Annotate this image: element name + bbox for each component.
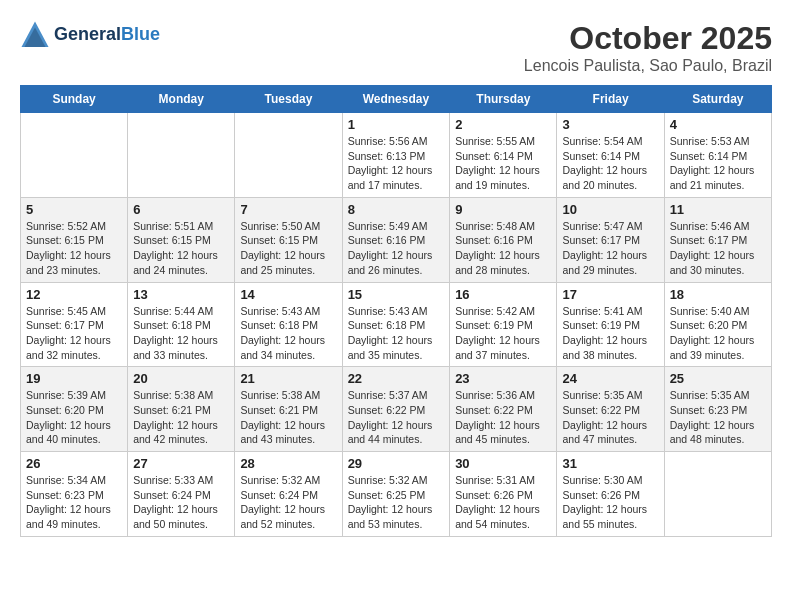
day-number: 30 bbox=[455, 456, 551, 471]
day-info: Sunrise: 5:37 AMSunset: 6:22 PMDaylight:… bbox=[348, 388, 445, 447]
table-row: 22Sunrise: 5:37 AMSunset: 6:22 PMDayligh… bbox=[342, 367, 450, 452]
table-row: 28Sunrise: 5:32 AMSunset: 6:24 PMDayligh… bbox=[235, 452, 342, 537]
table-row: 15Sunrise: 5:43 AMSunset: 6:18 PMDayligh… bbox=[342, 282, 450, 367]
table-row: 31Sunrise: 5:30 AMSunset: 6:26 PMDayligh… bbox=[557, 452, 664, 537]
day-info: Sunrise: 5:33 AMSunset: 6:24 PMDaylight:… bbox=[133, 473, 229, 532]
table-row: 10Sunrise: 5:47 AMSunset: 6:17 PMDayligh… bbox=[557, 197, 664, 282]
day-info: Sunrise: 5:32 AMSunset: 6:24 PMDaylight:… bbox=[240, 473, 336, 532]
table-row: 13Sunrise: 5:44 AMSunset: 6:18 PMDayligh… bbox=[128, 282, 235, 367]
table-row: 11Sunrise: 5:46 AMSunset: 6:17 PMDayligh… bbox=[664, 197, 771, 282]
logo-blue: Blue bbox=[121, 24, 160, 44]
table-row: 7Sunrise: 5:50 AMSunset: 6:15 PMDaylight… bbox=[235, 197, 342, 282]
day-info: Sunrise: 5:55 AMSunset: 6:14 PMDaylight:… bbox=[455, 134, 551, 193]
table-row: 23Sunrise: 5:36 AMSunset: 6:22 PMDayligh… bbox=[450, 367, 557, 452]
day-number: 15 bbox=[348, 287, 445, 302]
day-number: 25 bbox=[670, 371, 766, 386]
day-number: 10 bbox=[562, 202, 658, 217]
day-number: 27 bbox=[133, 456, 229, 471]
day-info: Sunrise: 5:48 AMSunset: 6:16 PMDaylight:… bbox=[455, 219, 551, 278]
day-info: Sunrise: 5:47 AMSunset: 6:17 PMDaylight:… bbox=[562, 219, 658, 278]
table-row: 8Sunrise: 5:49 AMSunset: 6:16 PMDaylight… bbox=[342, 197, 450, 282]
day-info: Sunrise: 5:34 AMSunset: 6:23 PMDaylight:… bbox=[26, 473, 122, 532]
table-row: 19Sunrise: 5:39 AMSunset: 6:20 PMDayligh… bbox=[21, 367, 128, 452]
title-block: October 2025 Lencois Paulista, Sao Paulo… bbox=[524, 20, 772, 75]
table-row: 20Sunrise: 5:38 AMSunset: 6:21 PMDayligh… bbox=[128, 367, 235, 452]
day-number: 7 bbox=[240, 202, 336, 217]
calendar-week-row: 1Sunrise: 5:56 AMSunset: 6:13 PMDaylight… bbox=[21, 113, 772, 198]
table-row: 2Sunrise: 5:55 AMSunset: 6:14 PMDaylight… bbox=[450, 113, 557, 198]
col-saturday: Saturday bbox=[664, 86, 771, 113]
day-info: Sunrise: 5:38 AMSunset: 6:21 PMDaylight:… bbox=[133, 388, 229, 447]
table-row: 27Sunrise: 5:33 AMSunset: 6:24 PMDayligh… bbox=[128, 452, 235, 537]
day-number: 17 bbox=[562, 287, 658, 302]
col-sunday: Sunday bbox=[21, 86, 128, 113]
day-info: Sunrise: 5:50 AMSunset: 6:15 PMDaylight:… bbox=[240, 219, 336, 278]
day-number: 1 bbox=[348, 117, 445, 132]
location-subtitle: Lencois Paulista, Sao Paulo, Brazil bbox=[524, 57, 772, 75]
col-thursday: Thursday bbox=[450, 86, 557, 113]
table-row: 29Sunrise: 5:32 AMSunset: 6:25 PMDayligh… bbox=[342, 452, 450, 537]
table-row: 4Sunrise: 5:53 AMSunset: 6:14 PMDaylight… bbox=[664, 113, 771, 198]
day-number: 19 bbox=[26, 371, 122, 386]
day-info: Sunrise: 5:35 AMSunset: 6:23 PMDaylight:… bbox=[670, 388, 766, 447]
day-info: Sunrise: 5:44 AMSunset: 6:18 PMDaylight:… bbox=[133, 304, 229, 363]
day-number: 26 bbox=[26, 456, 122, 471]
day-info: Sunrise: 5:43 AMSunset: 6:18 PMDaylight:… bbox=[348, 304, 445, 363]
table-row: 16Sunrise: 5:42 AMSunset: 6:19 PMDayligh… bbox=[450, 282, 557, 367]
day-info: Sunrise: 5:35 AMSunset: 6:22 PMDaylight:… bbox=[562, 388, 658, 447]
month-title: October 2025 bbox=[524, 20, 772, 57]
day-number: 13 bbox=[133, 287, 229, 302]
day-number: 20 bbox=[133, 371, 229, 386]
logo: GeneralBlue bbox=[20, 20, 160, 50]
day-info: Sunrise: 5:53 AMSunset: 6:14 PMDaylight:… bbox=[670, 134, 766, 193]
day-info: Sunrise: 5:32 AMSunset: 6:25 PMDaylight:… bbox=[348, 473, 445, 532]
logo-icon bbox=[20, 20, 50, 50]
table-row: 26Sunrise: 5:34 AMSunset: 6:23 PMDayligh… bbox=[21, 452, 128, 537]
calendar-week-row: 5Sunrise: 5:52 AMSunset: 6:15 PMDaylight… bbox=[21, 197, 772, 282]
day-info: Sunrise: 5:43 AMSunset: 6:18 PMDaylight:… bbox=[240, 304, 336, 363]
table-row: 18Sunrise: 5:40 AMSunset: 6:20 PMDayligh… bbox=[664, 282, 771, 367]
page-header: GeneralBlue October 2025 Lencois Paulist… bbox=[20, 20, 772, 75]
day-info: Sunrise: 5:40 AMSunset: 6:20 PMDaylight:… bbox=[670, 304, 766, 363]
day-info: Sunrise: 5:39 AMSunset: 6:20 PMDaylight:… bbox=[26, 388, 122, 447]
table-row: 1Sunrise: 5:56 AMSunset: 6:13 PMDaylight… bbox=[342, 113, 450, 198]
day-number: 6 bbox=[133, 202, 229, 217]
day-info: Sunrise: 5:36 AMSunset: 6:22 PMDaylight:… bbox=[455, 388, 551, 447]
day-number: 12 bbox=[26, 287, 122, 302]
day-number: 11 bbox=[670, 202, 766, 217]
table-row: 14Sunrise: 5:43 AMSunset: 6:18 PMDayligh… bbox=[235, 282, 342, 367]
table-row: 17Sunrise: 5:41 AMSunset: 6:19 PMDayligh… bbox=[557, 282, 664, 367]
calendar-week-row: 19Sunrise: 5:39 AMSunset: 6:20 PMDayligh… bbox=[21, 367, 772, 452]
table-row: 9Sunrise: 5:48 AMSunset: 6:16 PMDaylight… bbox=[450, 197, 557, 282]
day-info: Sunrise: 5:46 AMSunset: 6:17 PMDaylight:… bbox=[670, 219, 766, 278]
day-number: 23 bbox=[455, 371, 551, 386]
day-number: 31 bbox=[562, 456, 658, 471]
calendar-week-row: 12Sunrise: 5:45 AMSunset: 6:17 PMDayligh… bbox=[21, 282, 772, 367]
day-info: Sunrise: 5:31 AMSunset: 6:26 PMDaylight:… bbox=[455, 473, 551, 532]
day-number: 3 bbox=[562, 117, 658, 132]
day-info: Sunrise: 5:30 AMSunset: 6:26 PMDaylight:… bbox=[562, 473, 658, 532]
day-number: 8 bbox=[348, 202, 445, 217]
day-number: 2 bbox=[455, 117, 551, 132]
calendar-table: Sunday Monday Tuesday Wednesday Thursday… bbox=[20, 85, 772, 537]
day-info: Sunrise: 5:56 AMSunset: 6:13 PMDaylight:… bbox=[348, 134, 445, 193]
calendar-header-row: Sunday Monday Tuesday Wednesday Thursday… bbox=[21, 86, 772, 113]
day-number: 22 bbox=[348, 371, 445, 386]
day-number: 24 bbox=[562, 371, 658, 386]
calendar-week-row: 26Sunrise: 5:34 AMSunset: 6:23 PMDayligh… bbox=[21, 452, 772, 537]
col-friday: Friday bbox=[557, 86, 664, 113]
table-row bbox=[235, 113, 342, 198]
day-info: Sunrise: 5:38 AMSunset: 6:21 PMDaylight:… bbox=[240, 388, 336, 447]
table-row bbox=[21, 113, 128, 198]
day-number: 4 bbox=[670, 117, 766, 132]
day-info: Sunrise: 5:51 AMSunset: 6:15 PMDaylight:… bbox=[133, 219, 229, 278]
table-row: 25Sunrise: 5:35 AMSunset: 6:23 PMDayligh… bbox=[664, 367, 771, 452]
table-row: 12Sunrise: 5:45 AMSunset: 6:17 PMDayligh… bbox=[21, 282, 128, 367]
day-info: Sunrise: 5:41 AMSunset: 6:19 PMDaylight:… bbox=[562, 304, 658, 363]
table-row: 21Sunrise: 5:38 AMSunset: 6:21 PMDayligh… bbox=[235, 367, 342, 452]
day-number: 5 bbox=[26, 202, 122, 217]
col-wednesday: Wednesday bbox=[342, 86, 450, 113]
day-info: Sunrise: 5:54 AMSunset: 6:14 PMDaylight:… bbox=[562, 134, 658, 193]
day-info: Sunrise: 5:42 AMSunset: 6:19 PMDaylight:… bbox=[455, 304, 551, 363]
col-tuesday: Tuesday bbox=[235, 86, 342, 113]
